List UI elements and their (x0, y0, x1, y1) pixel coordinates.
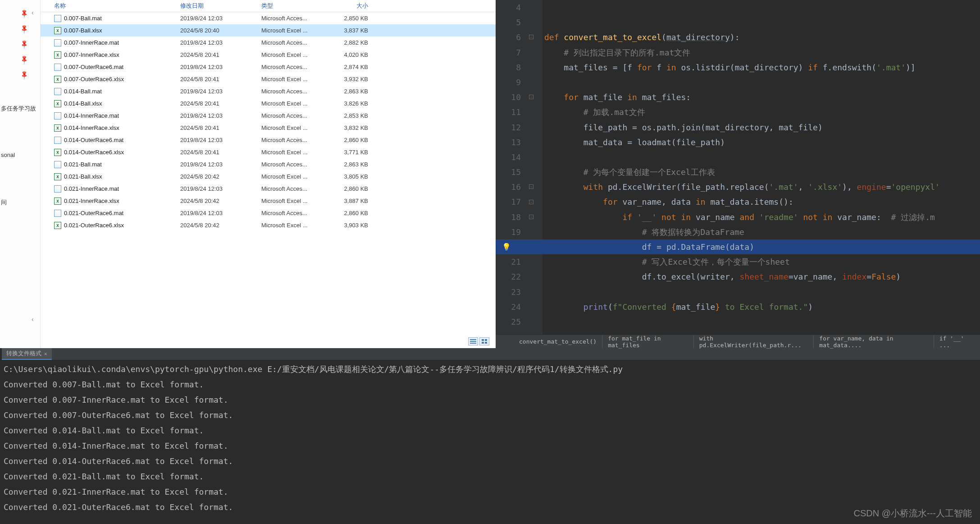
fold-icon[interactable]: − (529, 95, 533, 99)
file-row[interactable]: 0.007-OuterRace6.mat2019/8/24 12:03Micro… (41, 61, 496, 73)
file-row[interactable]: 0.014-Ball.mat2019/8/24 12:03Microsoft A… (41, 85, 496, 97)
pin-icon[interactable]: 📌 (19, 69, 29, 80)
fold-icon[interactable]: − (529, 200, 533, 204)
file-date: 2024/5/8 20:41 (180, 149, 261, 156)
svg-rect-4 (485, 339, 487, 341)
pin-icon[interactable]: 📌 (19, 23, 29, 34)
code-line[interactable]: if '__' not in var_name and 'readme' not… (542, 210, 980, 225)
code-line[interactable]: mat_files = [f for f in os.listdir(mat_d… (542, 60, 980, 75)
code-line[interactable]: mat_data = loadmat(file_path) (542, 135, 980, 150)
line-number: 25 (496, 314, 521, 329)
file-date: 2019/8/24 12:03 (180, 161, 261, 168)
file-row[interactable]: 0.014-OuterRace6.mat2019/8/24 12:03Micro… (41, 134, 496, 146)
file-row[interactable]: x0.007-InnerRace.xlsx2024/5/8 20:41Micro… (41, 49, 496, 61)
file-row[interactable]: 0.021-InnerRace.mat2019/8/24 12:03Micros… (41, 183, 496, 195)
breadcrumb-item[interactable]: for var_name, data in mat_data.... (814, 335, 934, 348)
file-name: 0.021-InnerRace.xlsx (64, 198, 119, 204)
file-size: 2,874 KB (327, 64, 381, 70)
view-details-icon[interactable] (468, 337, 478, 345)
code-line[interactable]: # 为每个变量创建一个Excel工作表 (542, 165, 980, 179)
quick-access-label[interactable]: 多任务学习故 (1, 105, 36, 113)
breadcrumb-item[interactable]: if '__' ... (934, 335, 980, 348)
code-line[interactable]: df.to_excel(writer, sheet_name=var_name,… (542, 269, 980, 284)
mat-file-icon (54, 64, 61, 71)
fold-icon[interactable]: − (529, 215, 533, 219)
pin-icon[interactable]: 📌 (19, 39, 29, 49)
code-line[interactable]: # 加载.mat文件 (542, 105, 980, 120)
fold-gutter: −−−−− (527, 0, 542, 335)
line-number: 6 (496, 30, 521, 45)
code-line[interactable]: print(f"Converted {mat_file} to Excel fo… (542, 299, 980, 314)
code-line[interactable]: # 写入Excel文件，每个变量一个sheet (542, 254, 980, 269)
file-row[interactable]: x0.014-InnerRace.xlsx2024/5/8 20:41Micro… (41, 122, 496, 134)
file-size: 2,850 KB (327, 15, 381, 22)
file-row[interactable]: x0.014-Ball.xlsx2024/5/8 20:41Microsoft … (41, 97, 496, 110)
file-name: 0.007-Ball.xlsx (64, 27, 102, 34)
code-line[interactable] (542, 15, 980, 30)
terminal-tabs: 转换文件格式 ✕ (2, 348, 980, 360)
terminal-output[interactable]: C:\Users\qiaolikui\.conda\envs\pytorch-g… (2, 360, 980, 515)
file-date: 2019/8/24 12:03 (180, 137, 261, 143)
mat-file-icon (54, 137, 61, 144)
code-line[interactable] (542, 314, 980, 329)
file-row[interactable]: 0.021-OuterRace6.mat2019/8/24 12:03Micro… (41, 207, 496, 219)
line-number: 23 (496, 285, 521, 299)
code-line[interactable] (542, 285, 980, 299)
file-date: 2024/5/8 20:40 (180, 27, 261, 34)
code-line[interactable]: # 将数据转换为DataFrame (542, 225, 980, 239)
excel-file-icon: x (54, 173, 61, 180)
mat-file-icon (54, 161, 61, 168)
close-icon[interactable]: ✕ (44, 351, 47, 357)
pin-icon[interactable]: 📌 (19, 54, 29, 64)
column-header-date[interactable]: 修改日期 (180, 2, 261, 10)
code-line[interactable]: for mat_file in mat_files: (542, 90, 980, 105)
file-row[interactable]: x0.021-InnerRace.xlsx2024/5/8 20:42Micro… (41, 195, 496, 207)
code-line[interactable] (542, 0, 980, 15)
line-number: 11 (496, 105, 521, 120)
file-date: 2024/5/8 20:42 (180, 222, 261, 229)
line-number: 4 (496, 0, 521, 15)
code-line[interactable]: with pd.ExcelWriter(file_path.replace('.… (542, 179, 980, 194)
file-row[interactable]: 0.007-InnerRace.mat2019/8/24 12:03Micros… (41, 37, 496, 49)
file-explorer-panel: 📌 📌 📌 📌 📌 多任务学习故 sonal 间 ‹ ‹ 名称 修改日期 类型 … (0, 0, 496, 348)
terminal-tab[interactable]: 转换文件格式 ✕ (2, 348, 52, 360)
file-date: 2019/8/24 12:03 (180, 112, 261, 119)
code-line[interactable]: 💡 df = pd.DataFrame(data) (496, 239, 980, 254)
file-row[interactable]: 0.014-InnerRace.mat2019/8/24 12:03Micros… (41, 110, 496, 122)
breadcrumb-item[interactable]: with pd.ExcelWriter(file_path.r... (694, 335, 814, 348)
file-type: Microsoft Excel ... (261, 222, 327, 229)
file-row[interactable]: x0.021-Ball.xlsx2024/5/8 20:42Microsoft … (41, 170, 496, 183)
code-line[interactable]: # 列出指定目录下的所有.mat文件 (542, 45, 980, 60)
column-header-name[interactable]: 名称 (41, 2, 180, 10)
code-line[interactable]: for var_name, data in mat_data.items(): (542, 194, 980, 209)
quick-access-label[interactable]: 间 (1, 198, 7, 207)
file-row[interactable]: x0.007-Ball.xlsx2024/5/8 20:40Microsoft … (41, 24, 496, 37)
file-row[interactable]: 0.021-Ball.mat2019/8/24 12:03Microsoft A… (41, 158, 496, 170)
quick-access-label[interactable]: sonal (1, 152, 15, 158)
chevron-left-icon[interactable]: ‹ (32, 316, 34, 323)
file-row[interactable]: 0.007-Ball.mat2019/8/24 12:03Microsoft A… (41, 12, 496, 24)
breadcrumb-item[interactable]: convert_mat_to_excel() (514, 335, 602, 348)
file-name: 0.007-Ball.mat (64, 15, 102, 22)
file-date: 2024/5/8 20:42 (180, 198, 261, 204)
file-row[interactable]: x0.014-OuterRace6.xlsx2024/5/8 20:41Micr… (41, 146, 496, 158)
code-line[interactable]: file_path = os.path.join(mat_directory, … (542, 120, 980, 135)
view-icons-icon[interactable] (479, 337, 489, 345)
pin-icon[interactable]: 📌 (19, 8, 29, 18)
chevron-left-icon[interactable]: ‹ (32, 9, 34, 16)
code-line[interactable]: def convert_mat_to_excel(mat_directory): (542, 30, 980, 45)
breadcrumb-item[interactable]: for mat_file in mat_files (602, 335, 694, 348)
fold-icon[interactable]: − (529, 184, 533, 189)
file-row[interactable]: x0.007-OuterRace6.xlsx2024/5/8 20:41Micr… (41, 73, 496, 85)
file-name: 0.014-InnerRace.xlsx (64, 124, 119, 131)
column-header-size[interactable]: 大小 (327, 2, 381, 10)
file-row[interactable]: x0.021-OuterRace6.xlsx2024/5/8 20:42Micr… (41, 219, 496, 231)
code-content[interactable]: def convert_mat_to_excel(mat_directory):… (542, 0, 980, 335)
mat-file-icon (54, 210, 61, 217)
column-header-type[interactable]: 类型 (261, 2, 327, 10)
file-type: Microsoft Excel ... (261, 198, 327, 204)
code-line[interactable] (542, 75, 980, 90)
lightbulb-icon[interactable]: 💡 (502, 239, 511, 254)
code-line[interactable] (542, 150, 980, 165)
fold-icon[interactable]: − (529, 35, 533, 39)
